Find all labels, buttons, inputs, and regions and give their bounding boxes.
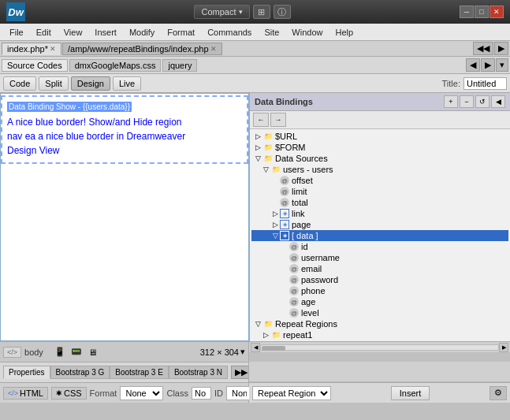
tablet-icon[interactable]: 📟	[69, 346, 84, 359]
close-button[interactable]: ✕	[490, 6, 504, 18]
title-input[interactable]	[463, 77, 507, 90]
menu-bar: File Edit View Insert Modify Format Comm…	[0, 24, 510, 41]
code-view-button[interactable]: Code	[3, 76, 36, 91]
live-view-button[interactable]: Live	[113, 76, 141, 91]
folder-icon-users: 📁	[270, 165, 281, 174]
tree-item-total[interactable]: @ total	[251, 197, 508, 208]
menu-commands[interactable]: Commands	[201, 26, 258, 39]
expand-data[interactable]: ▽	[270, 232, 280, 240]
tree-item-phone[interactable]: @ phone	[251, 285, 508, 296]
expand-link[interactable]: ▷	[270, 210, 280, 217]
panel-remove-icon[interactable]: −	[460, 95, 474, 108]
tree-label-email: email	[301, 264, 322, 273]
expand-repeat-regions[interactable]: ▽	[253, 320, 262, 328]
expand-page[interactable]: ▷	[270, 221, 280, 229]
tree-item-repeat1[interactable]: ▷ 📁 repeat1	[251, 329, 508, 340]
menu-edit[interactable]: Edit	[30, 26, 58, 39]
horizontal-scrollbar[interactable]: ◀ ▶	[249, 341, 510, 352]
panel-collapse-icon[interactable]: ◀	[491, 95, 505, 108]
menu-window[interactable]: Window	[285, 26, 329, 39]
title-bar: Dw Compact ▾ ⊞ ⓘ ─ □ ✕	[0, 0, 510, 24]
tree-item-limit[interactable]: @ limit	[251, 186, 508, 197]
desktop-icon[interactable]: 🖥	[86, 346, 100, 359]
tree-item-age[interactable]: @ age	[251, 296, 508, 307]
minimize-button[interactable]: ─	[460, 6, 474, 18]
menu-view[interactable]: View	[58, 26, 89, 39]
css-button[interactable]: ✱ CSS	[51, 387, 87, 400]
id-label: ID	[214, 388, 223, 398]
tree-item-form[interactable]: ▷ 📁 $FORM	[251, 142, 508, 153]
mobile-icon[interactable]: 📱	[53, 346, 67, 359]
source-menu-arrow[interactable]: ▾	[496, 58, 508, 72]
tree-item-repeat-regions[interactable]: ▽ 📁 Repeat Regions	[251, 318, 508, 329]
tree-item-offset[interactable]: @ offset	[251, 175, 508, 186]
format-select[interactable]: None Paragraph Heading 1	[120, 386, 163, 400]
class-input[interactable]	[192, 387, 211, 400]
expand-users[interactable]: ▽	[261, 165, 270, 173]
scroll-arrow-right[interactable]: ▶	[499, 343, 508, 352]
prop-tab-bs3n[interactable]: Bootstrap 3 N	[169, 366, 228, 379]
source-scroll-left[interactable]: ◀	[466, 58, 480, 72]
css-tab[interactable]: dmxGoogleMaps.css	[69, 59, 162, 72]
tree-item-email[interactable]: @ email	[251, 263, 508, 274]
tree-area[interactable]: ▷ 📁 $URL ▷ 📁 $FORM ▽ 📁 Data Sources ▽ 📁 …	[250, 129, 510, 341]
close-tab-icon[interactable]: ✕	[50, 45, 56, 53]
scroll-track[interactable]	[260, 344, 499, 351]
scroll-arrow-left[interactable]: ◀	[251, 343, 260, 352]
expand-repeat1[interactable]: ▷	[261, 331, 270, 339]
scroll-thumb[interactable]	[262, 346, 285, 351]
menu-format[interactable]: Format	[161, 26, 201, 39]
expand-url[interactable]: ▷	[253, 132, 262, 140]
dimensions-arrow[interactable]: ▾	[240, 347, 245, 357]
settings-icon-button[interactable]: ⚙	[490, 386, 507, 400]
tree-item-link[interactable]: ▷ ◈ link	[251, 208, 508, 219]
tab-scroll-left[interactable]: ◀◀	[473, 42, 493, 55]
menu-file[interactable]: File	[3, 26, 30, 39]
tree-item-password[interactable]: @ password	[251, 274, 508, 285]
tree-item-level[interactable]: @ level	[251, 307, 508, 318]
tree-item-data[interactable]: ▽ ◈ [ data ]	[251, 230, 508, 241]
tree-item-id[interactable]: @ id	[251, 241, 508, 252]
prop-tab-bs3e[interactable]: Bootstrap 3 E	[110, 366, 169, 379]
split-view-button[interactable]: Split	[39, 76, 68, 91]
design-view-button[interactable]: Design	[71, 76, 110, 91]
tree-item-datasources[interactable]: ▽ 📁 Data Sources	[251, 153, 508, 164]
title-bar-left: Dw	[6, 2, 25, 21]
source-tab-row: Source Codes dmxGoogleMaps.css jquery ◀ …	[0, 57, 510, 74]
panel-back-btn[interactable]: ←	[253, 113, 269, 127]
panel-expand-icon[interactable]: ↺	[475, 95, 490, 108]
close-tab-filepath-icon[interactable]: ✕	[210, 45, 217, 53]
tree-item-url[interactable]: ▷ 📁 $URL	[251, 131, 508, 142]
icon-grid[interactable]: ⊞	[253, 5, 270, 19]
repeat-region-select[interactable]: Repeat Region	[252, 386, 331, 400]
insert-button[interactable]: Insert	[391, 386, 430, 400]
restore-button[interactable]: □	[475, 6, 489, 18]
menu-modify[interactable]: Modify	[123, 26, 161, 39]
prop-tab-expand[interactable]: ▶▶	[231, 366, 248, 379]
panel-fwd-btn[interactable]: →	[270, 113, 286, 127]
panel-add-icon[interactable]: +	[444, 95, 458, 108]
tree-item-username[interactable]: @ username	[251, 252, 508, 263]
folder-icon-url: 📁	[262, 132, 274, 141]
tree-item-users[interactable]: ▽ 📁 users - users	[251, 164, 508, 175]
tab-scroll-right[interactable]: ▶	[494, 42, 508, 55]
info-icon[interactable]: ⓘ	[274, 5, 291, 19]
tab-indexphp[interactable]: index.php* ✕	[2, 43, 61, 55]
jquery-tab[interactable]: jquery	[162, 59, 197, 72]
menu-insert[interactable]: Insert	[88, 26, 123, 39]
source-codes-tab[interactable]: Source Codes	[2, 59, 68, 72]
compact-button[interactable]: Compact ▾	[194, 5, 249, 19]
html-button[interactable]: </> HTML	[3, 387, 48, 400]
prop-tab-bs3g[interactable]: Bootstrap 3 G	[50, 366, 110, 379]
tree-item-page[interactable]: ▷ ◈ page	[251, 219, 508, 230]
tag-indicator[interactable]: </>	[3, 347, 21, 358]
menu-site[interactable]: Site	[258, 26, 285, 39]
tab-filepath[interactable]: /amp/www/repeatBindings/index.php ✕	[62, 43, 222, 55]
settings-icon: ⚙	[494, 388, 502, 398]
prop-tab-properties[interactable]: Properties	[3, 366, 50, 379]
expand-form[interactable]: ▷	[253, 143, 262, 151]
tree-label-id: id	[301, 242, 308, 251]
menu-help[interactable]: Help	[329, 26, 359, 39]
expand-datasources[interactable]: ▽	[253, 154, 262, 162]
source-scroll-right[interactable]: ▶	[481, 58, 495, 72]
